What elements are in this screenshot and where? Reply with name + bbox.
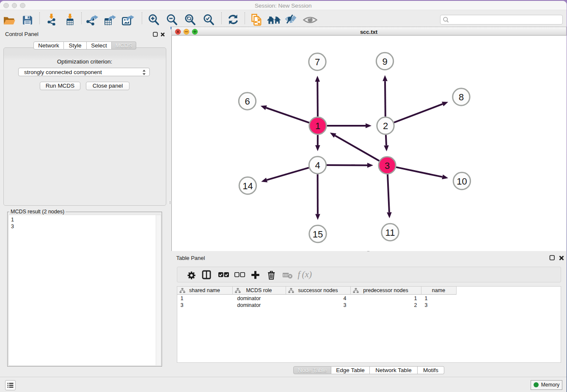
svg-text:2: 2	[383, 121, 388, 131]
svg-text:11: 11	[385, 227, 395, 238]
svg-text:14: 14	[242, 181, 253, 191]
svg-text:8: 8	[458, 92, 463, 102]
svg-text:7: 7	[314, 57, 319, 67]
svg-text:15: 15	[312, 229, 322, 240]
svg-text:1: 1	[315, 121, 320, 131]
svg-text:4: 4	[315, 160, 320, 171]
svg-text:6: 6	[245, 96, 250, 107]
svg-text:10: 10	[457, 176, 467, 187]
svg-text:9: 9	[382, 56, 387, 67]
svg-text:3: 3	[384, 160, 389, 171]
